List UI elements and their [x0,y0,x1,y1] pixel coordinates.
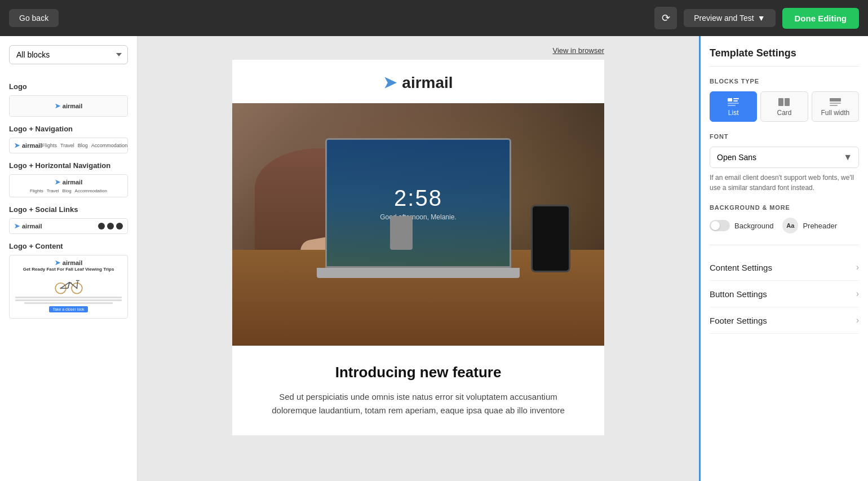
lc-logo-text: airmail [63,259,82,266]
svg-line-8 [77,281,77,288]
block-type-fullwidth-button[interactable]: Full width [812,91,859,122]
footer-settings-label: Footer Settings [710,316,767,325]
email-body-text: Sed ut perspiciatis unde omnis iste natu… [266,390,570,417]
email-canvas: View in browser ➤ airmail [138,36,699,481]
nav-link-travel: Travel [60,143,74,148]
preheader-option[interactable]: Aa Preheader [782,218,837,233]
button-settings-arrow-icon: › [856,289,859,299]
lc-text-line-3 [24,302,113,304]
horiz-nav-logo: ➤ airmail [13,178,124,186]
horiz-nav-text: airmail [63,179,82,186]
lc-button: Take a closer look [49,306,87,312]
svg-rect-19 [830,98,841,102]
cup-shape [390,216,413,250]
button-settings-row[interactable]: Button Settings › [710,281,859,307]
background-toggle[interactable] [710,220,730,231]
sidebar-block-logo[interactable]: ➤ airmail [9,95,128,117]
svg-rect-21 [830,105,838,106]
svg-rect-20 [830,103,841,104]
right-panel: Template Settings BLOCKS TYPE List [699,36,868,481]
content-settings-label: Content Settings [710,263,772,272]
bike-icon [52,274,86,294]
sidebar-block-logo-horiz-nav[interactable]: ➤ airmail Flights Travel Blog Accommodat… [9,174,128,197]
social-arrow-icon: ➤ [14,222,20,230]
footer-settings-arrow-icon: › [856,315,859,325]
sidebar-section-logo-horiz-nav-label: Logo + Horizontal Navigation [9,161,128,170]
airmail-logo-text: airmail [63,103,82,109]
phone-screen [533,206,569,271]
nav-link-blog: Blog [78,143,88,148]
airmail-arrow-icon: ➤ [55,102,60,110]
done-editing-button[interactable]: Done Editing [782,8,860,29]
fullwidth-icon [830,98,841,107]
facebook-icon [98,223,105,230]
lc-title: Get Ready Fast For Fall Leaf Viewing Tri… [13,267,124,272]
email-logo: ➤ airmail [232,73,604,92]
history-icon: ⟳ [662,12,670,24]
block-filter-select[interactable]: All blocks Header Content Footer [9,45,128,64]
svg-rect-15 [728,103,739,104]
block-type-card-button[interactable]: Card [760,91,808,122]
view-in-browser-link[interactable]: View in browser [552,46,604,55]
content-settings-arrow-icon: › [856,262,859,272]
left-sidebar: All blocks Header Content Footer Logo ➤ … [0,36,138,481]
horiz-nav-travel: Travel [47,188,59,193]
svg-rect-12 [728,98,732,102]
go-back-button[interactable]: Go back [9,9,59,27]
content-settings-row[interactable]: Content Settings › [710,254,859,281]
preview-test-button[interactable]: Preview and Test ▼ [684,9,775,27]
social-icons-group [98,223,123,230]
chevron-down-icon: ▼ [758,14,765,23]
sidebar-block-logo-content[interactable]: ➤ airmail Get Ready Fast For Fall Leaf V… [9,255,128,319]
topbar-left: Go back [9,9,59,27]
font-select[interactable]: Open Sans Arial Georgia Helvetica [710,147,859,168]
social-logo: ➤ airmail [14,222,42,230]
settings-section: Content Settings › Button Settings › Foo… [710,245,859,334]
horiz-nav-flights: Flights [30,188,43,193]
instagram-icon [116,223,123,230]
blocks-type-label: BLOCKS TYPE [710,78,859,85]
svg-rect-16 [728,105,736,106]
sidebar-block-logo-social[interactable]: ➤ airmail [9,218,128,234]
aa-badge: Aa [782,218,798,233]
logo-nav-text: airmail [22,142,42,149]
font-note: If an email client doesn't support web f… [710,173,859,193]
blocks-type-row: List Card F [710,91,859,122]
horiz-nav-accom: Accommodation [75,188,107,193]
email-header: ➤ airmail [232,60,604,103]
view-in-browser-bar: View in browser [232,45,604,55]
panel-title: Template Settings [710,47,859,67]
toggle-knob [711,221,720,230]
font-section-label: FONT [710,133,859,140]
social-logo-text: airmail [22,223,42,230]
font-section: FONT Open Sans Arial Georgia Helvetica ▼… [710,133,859,193]
topbar-right: ⟳ Preview and Test ▼ Done Editing [654,7,859,29]
sidebar-section-logo-social-label: Logo + Social Links [9,205,128,214]
logo-content-preview: ➤ airmail Get Ready Fast For Fall Leaf V… [10,255,127,318]
email-logo-text: airmail [402,74,453,92]
preview-label: Preview and Test [694,14,754,23]
lc-logo: ➤ airmail [13,259,124,267]
logo-nav-logo: ➤ airmail [14,142,42,149]
logo-nav-arrow-icon: ➤ [14,142,20,149]
main-area: All blocks Header Content Footer Logo ➤ … [0,36,868,481]
block-type-list-button[interactable]: List [710,91,757,122]
screen-time: 2:58 [394,186,442,211]
email-hero-image: 2:58 Good afternoon, Melanie. [232,103,604,346]
history-button[interactable]: ⟳ [654,7,677,29]
footer-settings-row[interactable]: Footer Settings › [710,307,859,334]
sidebar-section-logo-label: Logo [9,82,128,91]
lc-bike-wrapper [13,274,124,294]
background-label: Background [734,222,773,230]
logo-social-preview: ➤ airmail [10,219,127,233]
email-logo-arrow-icon: ➤ [383,73,396,92]
svg-rect-17 [778,98,783,106]
background-row: Background Aa Preheader [710,218,859,233]
sidebar-block-logo-nav[interactable]: ➤ airmail Flights Travel Blog Accommodat… [9,138,128,153]
nav-links: Flights Travel Blog Accommodation [42,143,127,148]
background-section: BACKGROUND & MORE Background Aa Preheade… [710,204,859,233]
email-body: Introducing new feature Sed ut perspicia… [232,346,604,435]
svg-rect-18 [785,98,790,106]
list-icon [728,98,739,107]
button-settings-label: Button Settings [710,289,767,299]
